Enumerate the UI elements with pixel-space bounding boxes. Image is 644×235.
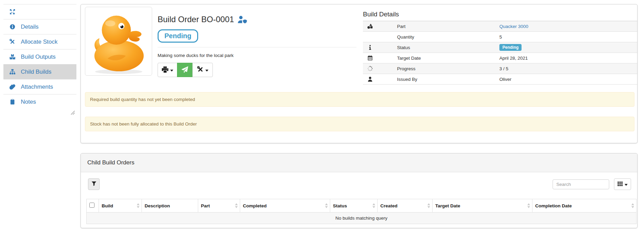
column-label: Created [380, 203, 397, 208]
alert-quantity-incomplete: Required build quantity has not yet been… [85, 92, 634, 107]
build-order-description: Making some ducks for the local park [158, 53, 356, 58]
part-thumbnail-image [85, 7, 152, 76]
sidebar-item-notes[interactable]: Notes [3, 94, 76, 109]
send-build-button[interactable] [177, 63, 193, 77]
column-label: Completion Date [535, 203, 572, 208]
column-header-target-date[interactable]: Target Date [433, 199, 532, 212]
alert-text: Required build quantity has not yet been… [90, 97, 195, 102]
sidebar-item-allocate-stock[interactable]: Allocate Stock [3, 34, 76, 49]
column-label: Target Date [435, 203, 460, 208]
column-header-status[interactable]: Status [330, 199, 378, 212]
detail-value: 5 [499, 32, 637, 42]
page-title-text: Build Order BO-0001 [158, 14, 234, 25]
build-details-section: Build Details Part Quacker 3000 [363, 7, 637, 92]
detail-row-status: Status Pending [363, 42, 637, 53]
detail-label: Quantity [397, 32, 499, 42]
sort-icon [427, 203, 430, 208]
column-header-created[interactable]: Created [378, 199, 433, 212]
column-label: Build [102, 203, 113, 208]
alert-text: Stock has not been fully allocated to th… [90, 121, 197, 127]
build-order-page: Details Allocate Stock Build Outputs Chi… [0, 0, 644, 235]
sidebar-item-label: Child Builds [21, 69, 52, 75]
th-grid-icon [617, 181, 623, 188]
detail-row-part: Part Quacker 3000 [363, 21, 637, 32]
main-content: Build Order BO-0001 Pending Making some … [80, 4, 638, 228]
sidebar-resize-handle[interactable] [71, 110, 75, 115]
detail-label: Target Date [397, 53, 499, 63]
filter-icon [91, 181, 97, 187]
detail-value: Oliver [499, 74, 637, 85]
child-builds-heading: Child Build Orders [81, 153, 637, 172]
rubber-duck-image [85, 7, 152, 75]
child-builds-table: Build Description Part Compl [86, 199, 636, 224]
info-circle-icon [10, 24, 16, 30]
user-icon [363, 74, 397, 85]
empty-row: No builds matching query [87, 212, 636, 224]
build-order-panel: Build Order BO-0001 Pending Making some … [80, 4, 638, 143]
paperclip-icon [10, 84, 16, 90]
action-button-group [158, 63, 213, 77]
search-input[interactable] [553, 179, 609, 189]
detail-label: Issued By [397, 74, 499, 85]
part-link[interactable]: Quacker 3000 [499, 24, 528, 29]
sort-icon [137, 203, 140, 208]
sort-icon [527, 203, 530, 208]
detail-row-issued-by: Issued By Oliver [363, 74, 637, 85]
column-header-completion-date[interactable]: Completion Date [532, 199, 636, 212]
status-outline-badge: Pending [158, 29, 198, 43]
column-header-description: Description [142, 199, 198, 212]
sort-icon [325, 203, 328, 208]
sidebar-item-child-builds[interactable]: Child Builds [3, 64, 76, 79]
divider [158, 47, 356, 47]
table-toolbar [81, 172, 637, 190]
sidebar: Details Allocate Stock Build Outputs Chi… [3, 4, 76, 109]
caret-down-icon [625, 182, 628, 187]
sidebar-item-label: Attachments [21, 84, 53, 90]
sidebar-item-details[interactable]: Details [3, 19, 76, 34]
paper-plane-icon [181, 66, 188, 74]
detail-value: 3 / 5 [499, 63, 637, 74]
boxes-icon [10, 54, 16, 60]
column-label: Description [145, 203, 170, 208]
detail-value: April 28, 2021 [499, 53, 637, 63]
table-header-row: Build Description Part Compl [87, 199, 636, 212]
build-order-summary: Build Order BO-0001 Pending Making some … [158, 7, 356, 92]
detail-label: Progress [397, 63, 499, 74]
sort-icon [235, 203, 238, 208]
sidebar-expand-toggle[interactable] [3, 4, 76, 19]
sort-icon [372, 203, 375, 208]
clipboard-icon [10, 99, 16, 105]
filter-button[interactable] [88, 178, 100, 190]
build-actions-button[interactable] [192, 63, 213, 77]
detail-row-quantity: Quantity 5 [363, 32, 637, 42]
sort-icon [631, 203, 634, 208]
detail-label: Part [397, 21, 499, 32]
column-header-part[interactable]: Part [198, 199, 240, 212]
spinner-icon [363, 63, 397, 74]
status-badge: Pending [499, 44, 522, 51]
column-label: Completed [243, 203, 267, 208]
sidebar-item-label: Allocate Stock [21, 39, 58, 45]
printer-icon [162, 66, 169, 74]
detail-row-progress: Progress 3 / 5 [363, 63, 637, 74]
calendar-icon [363, 53, 397, 63]
info-icon [363, 42, 397, 53]
page-title: Build Order BO-0001 [158, 14, 356, 25]
print-actions-button[interactable] [158, 63, 177, 77]
tools-icon [197, 66, 204, 74]
column-label: Status [333, 203, 347, 208]
sidebar-item-label: Details [21, 24, 39, 30]
sitemap-icon [10, 69, 16, 75]
column-header-completed[interactable]: Completed [240, 199, 330, 212]
select-all-checkbox[interactable] [89, 203, 94, 208]
user-shield-icon [237, 15, 247, 24]
column-header-build[interactable]: Build [99, 199, 142, 212]
child-builds-panel: Child Build Orders [80, 153, 638, 228]
build-details-table: Part Quacker 3000 Quantity 5 [363, 21, 637, 85]
sidebar-item-build-outputs[interactable]: Build Outputs [3, 49, 76, 64]
sidebar-item-attachments[interactable]: Attachments [3, 79, 76, 94]
no-icon [363, 32, 397, 42]
alert-stock-unallocated: Stock has not been fully allocated to th… [85, 117, 634, 131]
empty-message: No builds matching query [87, 212, 636, 224]
columns-button[interactable] [614, 178, 631, 190]
